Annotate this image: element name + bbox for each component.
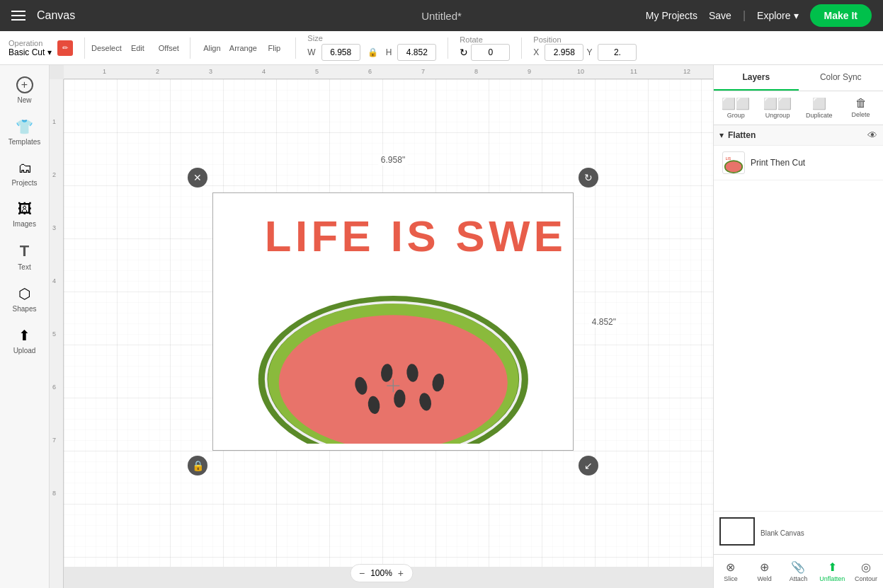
flip-button[interactable]: Flip — [264, 38, 284, 58]
size-label: Size — [307, 34, 436, 42]
layer-item[interactable]: LIS Print Then Cut — [714, 146, 883, 180]
position-x-input[interactable] — [545, 44, 583, 61]
menu-icon[interactable] — [11, 11, 25, 21]
group-icon: ⬜⬜ — [722, 97, 750, 110]
design-container[interactable]: 6.958" 4.852" ✕ ↻ 🔒 ↙ LIFE — [212, 192, 574, 451]
zoom-out-button[interactable]: − — [359, 567, 365, 579]
unflatten-button[interactable]: ⬆ Unflatten — [815, 555, 849, 588]
canvas-selector: Blank Canvas — [714, 511, 883, 554]
left-sidebar: + New 👕 Templates 🗂 Projects 🖼 Images T … — [0, 65, 50, 588]
layers-list: ▾ Flatten 👁 LIS Print Then Cut — [714, 125, 883, 511]
lock-aspect-button[interactable]: 🔒 — [363, 42, 383, 62]
layer-toolbar: ⬜⬜ Group ⬜⬜ Ungroup ⬜ Duplicate 🗑 Delete — [714, 91, 883, 125]
size-group: Size W 🔒 H — [307, 34, 436, 62]
tab-layers[interactable]: Layers — [714, 65, 799, 91]
ungroup-label: Ungroup — [765, 112, 790, 119]
rotate-group: Rotate ↻ — [460, 35, 510, 61]
sidebar-item-text[interactable]: T Text — [2, 236, 47, 277]
sidebar-item-shapes[interactable]: ⬡ Shapes — [2, 279, 47, 318]
attach-button[interactable]: 📎 Attach — [782, 555, 816, 588]
sidebar-item-templates[interactable]: 👕 Templates — [2, 113, 47, 151]
size-w-label: W — [307, 47, 315, 57]
canvas-area[interactable]: 1 2 3 4 5 6 7 8 9 10 11 12 1 2 3 4 5 — [50, 65, 713, 588]
new-icon: + — [16, 76, 33, 93]
document-title: Untitled* — [421, 10, 462, 22]
my-projects-link[interactable]: My Projects — [646, 10, 697, 21]
layer-name: Print Then Cut — [751, 158, 805, 168]
delete-button[interactable]: 🗑 Delete — [841, 94, 880, 122]
deselect-group: Deselect — [96, 38, 116, 58]
weld-button[interactable]: ⊕ Weld — [748, 555, 782, 588]
contour-button[interactable]: ◎ Contour — [849, 555, 883, 588]
duplicate-button[interactable]: ⬜ Duplicate — [800, 94, 839, 122]
zoom-in-button[interactable]: + — [398, 567, 404, 579]
edit-group: Edit — [127, 38, 147, 58]
sidebar-shapes-label: Shapes — [13, 305, 37, 313]
flatten-toggle[interactable]: ▾ — [719, 130, 724, 140]
position-label: Position — [533, 35, 637, 44]
sidebar-item-upload[interactable]: ⬆ Upload — [2, 321, 47, 360]
ruler-left: 1 2 3 4 5 6 7 8 — [50, 79, 64, 588]
topbar-left: Canvas — [11, 9, 75, 22]
sidebar-text-label: Text — [18, 263, 30, 271]
svg-text:LIS: LIS — [726, 157, 731, 161]
deselect-button[interactable]: Deselect — [96, 38, 116, 58]
upload-icon: ⬆ — [18, 327, 30, 344]
slice-button[interactable]: ⊗ Slice — [714, 555, 748, 588]
canvas-label: Blank Canvas — [760, 529, 804, 537]
divider: | — [743, 9, 746, 22]
ungroup-button[interactable]: ⬜⬜ Ungroup — [758, 94, 797, 122]
offset-button[interactable]: Offset — [159, 38, 178, 58]
duplicate-label: Duplicate — [806, 112, 833, 119]
pen-tool-icon[interactable]: ✏ — [57, 40, 73, 56]
arrange-button[interactable]: Arrange — [233, 38, 253, 58]
app-logo: Canvas — [37, 9, 75, 22]
lock-handle[interactable]: 🔒 — [188, 456, 207, 475]
rotate-handle[interactable]: ↻ — [579, 168, 598, 188]
width-dimension: 6.958" — [378, 154, 408, 166]
text-icon: T — [20, 242, 29, 260]
right-panel: Layers Color Sync ⬜⬜ Group ⬜⬜ Ungroup ⬜ … — [713, 65, 883, 588]
operation-select[interactable]: Basic Cut ▾ — [8, 47, 52, 57]
zoom-level: 100% — [370, 568, 392, 578]
operation-label: Operation — [8, 39, 52, 47]
visibility-icon[interactable]: 👁 — [867, 129, 877, 141]
slice-icon: ⊗ — [726, 560, 735, 574]
sidebar-item-projects[interactable]: 🗂 Projects — [2, 154, 47, 192]
group-button[interactable]: ⬜⬜ Group — [717, 94, 756, 122]
flatten-group[interactable]: ▾ Flatten 👁 — [714, 125, 883, 146]
svg-text:LIFE IS SWEET: LIFE IS SWEET — [265, 212, 564, 260]
align-button[interactable]: Align — [202, 38, 222, 58]
sidebar-item-new[interactable]: + New — [2, 71, 47, 110]
make-it-button[interactable]: Make It — [810, 4, 872, 27]
watermelon-graphic: LIFE IS SWEET — [222, 200, 564, 444]
toolbar: Operation Basic Cut ▾ ✏ Deselect Edit Of… — [0, 31, 883, 65]
canvas-thumbnail[interactable] — [719, 517, 755, 546]
position-y-label: Y — [586, 47, 592, 57]
size-h-input[interactable] — [397, 44, 436, 61]
panel-tabs: Layers Color Sync — [714, 65, 883, 91]
weld-icon: ⊕ — [760, 560, 769, 574]
tab-color-sync[interactable]: Color Sync — [799, 65, 884, 91]
sidebar-item-images[interactable]: 🖼 Images — [2, 195, 47, 234]
delete-handle[interactable]: ✕ — [188, 168, 207, 188]
align-group: Align — [202, 38, 222, 58]
sidebar-projects-label: Projects — [11, 179, 37, 187]
scale-handle[interactable]: ↙ — [579, 456, 598, 475]
position-x-label: X — [533, 47, 539, 57]
svg-point-16 — [726, 161, 742, 172]
flip-group: Flip — [264, 38, 284, 58]
unflatten-icon: ⬆ — [828, 560, 837, 574]
main-layout: + New 👕 Templates 🗂 Projects 🖼 Images T … — [0, 65, 883, 588]
separator-5 — [521, 38, 522, 59]
save-button[interactable]: Save — [709, 10, 731, 21]
rotate-input[interactable] — [471, 44, 510, 61]
layer-thumbnail: LIS — [722, 151, 745, 174]
edit-button[interactable]: Edit — [127, 38, 147, 58]
canvas-grid[interactable]: 6.958" 4.852" ✕ ↻ 🔒 ↙ LIFE — [64, 79, 713, 567]
contour-icon: ◎ — [861, 560, 871, 574]
sidebar-upload-label: Upload — [13, 347, 36, 354]
explore-link[interactable]: Explore ▾ — [757, 10, 798, 21]
position-y-input[interactable] — [598, 44, 637, 61]
size-w-input[interactable] — [321, 44, 360, 61]
